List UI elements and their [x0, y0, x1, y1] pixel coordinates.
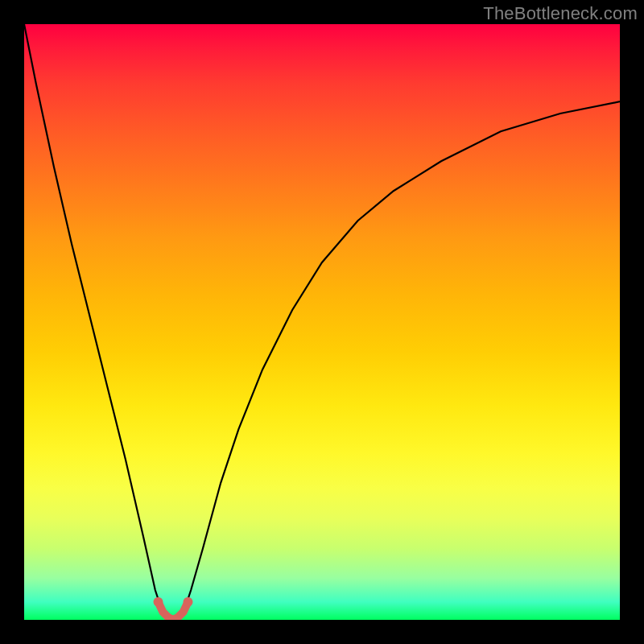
plot-area	[24, 24, 620, 620]
watermark-text: TheBottleneck.com	[483, 3, 638, 24]
svg-point-0	[154, 597, 163, 607]
chart-frame: TheBottleneck.com	[0, 0, 644, 644]
bottleneck-curve	[24, 24, 620, 620]
curve-svg	[24, 24, 620, 620]
svg-point-1	[184, 597, 193, 607]
min-marker	[154, 597, 193, 620]
